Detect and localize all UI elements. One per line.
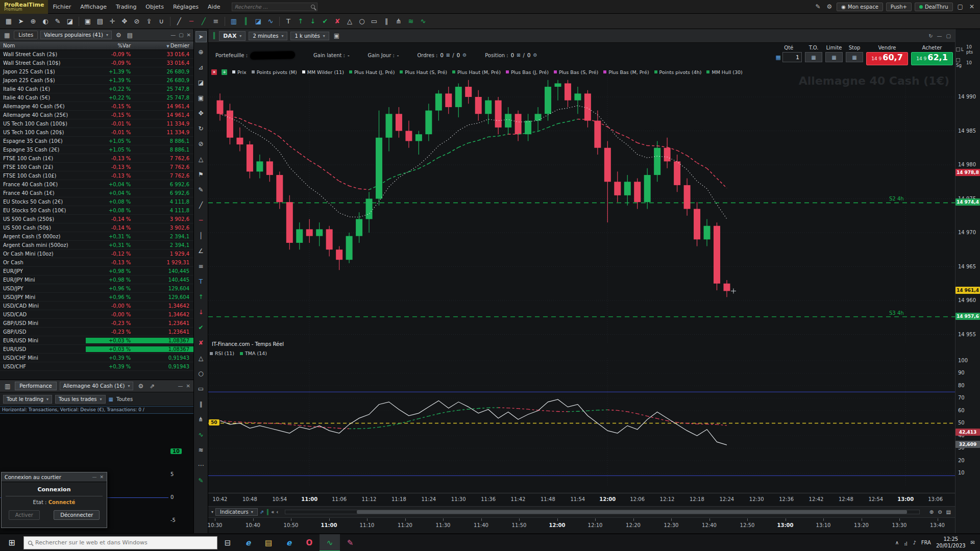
settings-icon[interactable]: ⚙ bbox=[825, 3, 834, 10]
share-icon[interactable]: ⇗ bbox=[260, 509, 264, 515]
quantity-input[interactable] bbox=[782, 52, 802, 62]
start-button[interactable]: ⊞ bbox=[0, 534, 23, 551]
watchlist-row[interactable]: EUR/JPY Mini+0,98 %140,445 bbox=[0, 276, 193, 284]
language-label[interactable]: FRA bbox=[921, 540, 931, 545]
triangle-icon[interactable]: △ bbox=[195, 353, 207, 364]
legend-item[interactable]: Plus Haut (M, Pré) bbox=[452, 69, 501, 75]
volume-icon[interactable]: ♪ bbox=[913, 540, 916, 545]
activate-button[interactable]: Activer bbox=[9, 510, 40, 520]
taskbar-search-input[interactable] bbox=[35, 539, 204, 546]
overview-time-axis[interactable]: 10:3010:4010:5011:0011:1011:2011:3011:40… bbox=[208, 517, 955, 533]
symbol-selector[interactable]: DAX▾ bbox=[219, 31, 246, 41]
zoom-icon[interactable]: ⊕ bbox=[28, 16, 39, 27]
watchlist-row[interactable]: EU Stocks 50 Cash (2€)+0,08 %4 111,8 bbox=[0, 197, 193, 206]
legend-item[interactable]: Plus Bas (M, Pré) bbox=[603, 69, 649, 75]
brightness-icon[interactable]: ◐ bbox=[40, 16, 51, 27]
watchlist-row[interactable]: Allemagne 40 Cash (25€)-0,15 %14 961,4 bbox=[0, 111, 193, 119]
move-icon[interactable]: ✥ bbox=[119, 16, 130, 27]
watchlist-row[interactable]: Japon 225 Cash (5$)+1,39 %26 680,9 bbox=[0, 76, 193, 85]
arrow-up-icon[interactable]: ↑ bbox=[195, 291, 207, 303]
watchlist-row[interactable]: FTSE 100 Cash (1€)-0,13 %7 762,6 bbox=[0, 154, 193, 163]
watchlist-row[interactable]: Allemagne 40 Cash (5€)-0,15 %14 961,4 bbox=[0, 102, 193, 111]
scrollbar-track[interactable] bbox=[285, 510, 920, 514]
theme-icon[interactable]: ✎ bbox=[814, 3, 822, 10]
stop-button[interactable]: ▦ bbox=[846, 52, 863, 62]
pitchfork-icon[interactable]: ⋔ bbox=[393, 16, 404, 27]
watchlist-row[interactable]: USD/CAD-0,00 %1,34642 bbox=[0, 310, 193, 319]
watchlist-row[interactable]: EU Stocks 50 Cash (10€)+0,08 %4 111,8 bbox=[0, 206, 193, 215]
zoom-out-icon[interactable]: ⊖ bbox=[938, 509, 942, 515]
wave-icon[interactable]: ∿ bbox=[418, 16, 429, 27]
legend-item[interactable]: Points pivots (M) bbox=[251, 69, 297, 75]
move-icon[interactable]: ✥ bbox=[195, 108, 207, 119]
legend-item[interactable]: RSI (11) bbox=[209, 350, 234, 356]
ellipse-icon[interactable]: ○ bbox=[356, 16, 368, 27]
validate-icon[interactable]: ✔ bbox=[195, 322, 207, 333]
text-icon[interactable]: T bbox=[283, 16, 294, 27]
chart-icon[interactable]: ║ bbox=[266, 509, 269, 515]
gear-icon[interactable]: ⚙ bbox=[462, 53, 467, 58]
horizontal-line-icon[interactable]: ─ bbox=[195, 215, 207, 226]
menu-item-aide[interactable]: Aide bbox=[203, 0, 225, 14]
zoom-in-icon[interactable]: ⊕ bbox=[929, 509, 934, 515]
vertical-line-icon[interactable]: │ bbox=[195, 230, 207, 241]
maximize-icon[interactable]: ▢ bbox=[179, 32, 183, 38]
refresh-icon[interactable]: ↻ bbox=[928, 33, 933, 39]
edge-icon[interactable]: e bbox=[279, 534, 299, 551]
wrench-icon[interactable]: ⚙ bbox=[114, 32, 123, 39]
bar-chart-icon[interactable]: ▥ bbox=[228, 16, 239, 27]
scrollbar-thumb[interactable] bbox=[357, 510, 907, 514]
limit-checkbox[interactable] bbox=[956, 47, 960, 52]
menu-item-fichier[interactable]: Fichier bbox=[48, 0, 76, 14]
watchlist-row[interactable]: Or Cash Mini (10oz)-0,12 %1 929,4 bbox=[0, 249, 193, 258]
channel-icon[interactable]: ∥ bbox=[381, 16, 392, 27]
legend-item[interactable]: TMA (14) bbox=[239, 350, 267, 356]
menu-item-affichage[interactable]: Affichage bbox=[76, 0, 111, 14]
copy-icon[interactable]: ▣ bbox=[82, 16, 93, 27]
channel-icon[interactable]: ∥ bbox=[195, 398, 207, 410]
legend-item[interactable]: Points pivots (4h) bbox=[654, 69, 702, 75]
units-selector[interactable]: 1 k unités▾ bbox=[290, 32, 329, 40]
watchlist-row[interactable]: Espagne 35 Cash (10€)+1,05 %8 886,1 bbox=[0, 137, 193, 145]
menu-item-objets[interactable]: Objets bbox=[141, 0, 168, 14]
rsi-svg[interactable] bbox=[208, 358, 955, 492]
pencil-icon[interactable]: ✎ bbox=[195, 184, 207, 195]
watchlist-row[interactable]: EUR/USD Mini+0,03 %1,08367 bbox=[0, 336, 193, 345]
wave-icon[interactable]: ∿ bbox=[195, 429, 207, 440]
watchlist-row[interactable]: USD/JPY+0,96 %129,604 bbox=[0, 284, 193, 293]
eraser-icon[interactable]: ◪ bbox=[64, 16, 76, 27]
watchlist-row[interactable]: US Tech 100 Cash (20$)-0,01 %11 334,9 bbox=[0, 128, 193, 137]
crosshair-icon[interactable]: ✛ bbox=[107, 16, 118, 27]
workspace-button[interactable]: ◉Mon espace bbox=[837, 3, 883, 11]
opera-icon[interactable]: O bbox=[299, 534, 320, 551]
segment-icon[interactable]: ╱ bbox=[198, 16, 209, 27]
zoom-icon[interactable]: ⊕ bbox=[195, 46, 207, 58]
grid-icon[interactable]: ▦ bbox=[3, 32, 11, 39]
watchlist-row[interactable]: France 40 Cash (1€)+0,04 %6 992,6 bbox=[0, 189, 193, 197]
calendar-icon[interactable]: ▦ bbox=[109, 396, 113, 402]
pointer-icon[interactable]: ➤ bbox=[15, 16, 27, 27]
column-var[interactable]: %Var bbox=[86, 43, 134, 48]
tab-performance[interactable]: Performance bbox=[15, 382, 56, 390]
close-icon[interactable]: ✕ bbox=[968, 3, 976, 10]
push-button[interactable]: Push+ bbox=[886, 3, 912, 11]
alert-icon[interactable]: △ bbox=[195, 154, 207, 165]
watchlist-row[interactable]: EUR/JPY+0,98 %140,445 bbox=[0, 267, 193, 276]
notification-icon[interactable]: ✉ bbox=[971, 540, 975, 545]
window-icon[interactable]: ▢ bbox=[956, 3, 965, 10]
pitchfork-icon[interactable]: ⋔ bbox=[195, 414, 207, 425]
taskbar-search[interactable] bbox=[23, 536, 217, 549]
pointer-icon[interactable]: ➤ bbox=[195, 31, 207, 42]
gear-icon[interactable]: ⚙ bbox=[136, 383, 145, 390]
copy-icon[interactable]: ▣ bbox=[195, 92, 207, 104]
watchlist-row[interactable]: Italie 40 Cash (1€)+0,22 %25 747,8 bbox=[0, 85, 193, 93]
watchlist-row[interactable]: Argent Cash mini (500oz)+0,31 %2 394,1 bbox=[0, 241, 193, 249]
minimize-icon[interactable]: — bbox=[170, 32, 176, 38]
trading-filter[interactable]: Tout le trading▾ bbox=[3, 395, 52, 404]
position-icon[interactable]: ⊠ bbox=[517, 53, 521, 58]
column-dernier[interactable]: ▼ Dernier bbox=[134, 43, 193, 48]
draw-validate-icon[interactable]: ✎ bbox=[195, 475, 207, 486]
maximize-icon[interactable]: ▢ bbox=[946, 33, 951, 39]
gear-icon[interactable]: ⚙ bbox=[533, 53, 537, 58]
add-indicator-icon[interactable]: + bbox=[222, 69, 227, 75]
